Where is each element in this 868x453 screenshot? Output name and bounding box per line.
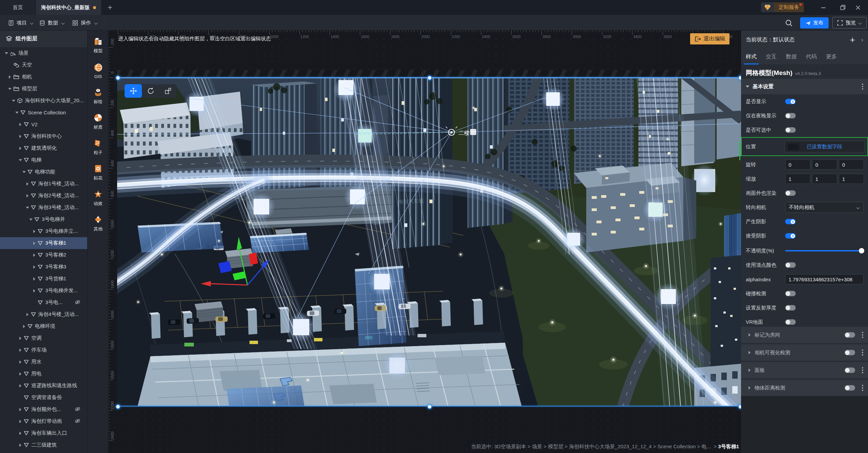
tree-item-巡逻路线和逃生路线[interactable]: 巡逻路线和逃生路线: [0, 380, 87, 392]
data-field-link[interactable]: 已设置数据字段: [807, 144, 843, 150]
panel-tab-交互[interactable]: 交互: [766, 49, 777, 64]
number-input[interactable]: 1: [839, 174, 864, 184]
menu-action[interactable]: 操作: [67, 15, 104, 31]
tree-expand-arrow[interactable]: [7, 87, 12, 91]
selection-handle[interactable]: [115, 404, 121, 409]
tree-expand-arrow[interactable]: [29, 217, 33, 222]
section-标记为房间[interactable]: 标记为房间: [741, 327, 868, 343]
breadcrumb-segment[interactable]: 模型层: [548, 443, 563, 449]
tree-expand-arrow[interactable]: [11, 98, 16, 103]
panel-tab-数据[interactable]: 数据: [786, 49, 797, 64]
tree-expand-arrow[interactable]: [18, 336, 22, 340]
tree-expand-arrow[interactable]: [7, 75, 12, 79]
tree-expand-arrow[interactable]: [25, 193, 30, 198]
toggle-产生阴影[interactable]: [785, 219, 796, 224]
tree-expand-arrow[interactable]: [4, 51, 8, 55]
tree-expand-arrow[interactable]: [15, 110, 19, 115]
tree-item-3号货梯1[interactable]: 3号货梯1: [0, 273, 87, 285]
tree-expand-arrow[interactable]: [18, 134, 22, 138]
tab-home[interactable]: 首页: [0, 0, 36, 15]
tree-expand-arrow[interactable]: [32, 277, 36, 281]
tree-item-停车场[interactable]: 停车场: [0, 344, 87, 356]
tree-item-海创科技中心[interactable]: 海创科技中心: [0, 130, 87, 142]
breadcrumb-segment[interactable]: 3D空场景副本: [494, 443, 526, 449]
tree-item-海创额外包-[interactable]: 海创额外包...: [0, 403, 87, 415]
tree-expand-arrow[interactable]: [32, 253, 36, 257]
category-gis[interactable]: GIS: [88, 59, 109, 82]
section-物体距离检测[interactable]: 物体距离检测: [741, 380, 868, 396]
selection-handle[interactable]: [115, 75, 121, 80]
restore-button[interactable]: [835, 0, 850, 15]
section-toggle[interactable]: [845, 350, 855, 355]
tree-item-V2[interactable]: V2: [0, 118, 87, 130]
category-plot[interactable]: 标绘: [88, 85, 109, 108]
tree-expand-arrow[interactable]: [32, 288, 36, 293]
close-button[interactable]: [850, 0, 865, 15]
tree-item-模型层[interactable]: 模型层: [0, 83, 87, 95]
number-input[interactable]: 1: [812, 174, 837, 184]
tree-expand-arrow[interactable]: [25, 205, 30, 210]
tree-item-3号客梯2[interactable]: 3号客梯2: [0, 249, 87, 261]
tree-item-3号客梯3[interactable]: 3号客梯3: [0, 261, 87, 273]
tree-item-3号电-[interactable]: 3号电...: [0, 297, 87, 308]
new-tab-button[interactable]: +: [104, 0, 116, 15]
search-button[interactable]: [785, 19, 794, 27]
panel-tab-样式[interactable]: 样式: [746, 49, 757, 64]
tree-expand-arrow[interactable]: [25, 182, 30, 186]
category-particle[interactable]: 粒子: [88, 136, 109, 159]
toggle-画面外也渲染[interactable]: [785, 190, 796, 196]
tree-expand-arrow[interactable]: [18, 348, 22, 352]
toggle-使用顶点颜色[interactable]: [785, 262, 796, 268]
tree-item-3号电梯井发-[interactable]: 3号电梯井发...: [0, 285, 87, 297]
number-input[interactable]: 0: [839, 159, 864, 170]
scale-tool-button[interactable]: [159, 84, 177, 98]
tree-item-Scene-Collection[interactable]: Scene Collection: [0, 107, 87, 118]
tree-expand-arrow[interactable]: [22, 324, 26, 328]
move-tool-button[interactable]: [125, 84, 142, 98]
selection-handle[interactable]: [427, 404, 432, 409]
tree-item-海创2号楼_活动-[interactable]: 海创2号楼_活动...: [0, 190, 87, 202]
section-toggle[interactable]: [845, 385, 855, 391]
tree-expand-arrow[interactable]: [18, 419, 22, 423]
section-相机可视化检测[interactable]: 相机可视化检测: [741, 344, 868, 361]
custom-service-button[interactable]: 定制服务: [761, 2, 804, 12]
publish-button[interactable]: 发布: [800, 17, 829, 29]
minimize-button[interactable]: [816, 0, 831, 15]
tree-expand-arrow[interactable]: [18, 431, 22, 435]
toggle-碰撞检测[interactable]: [785, 291, 796, 296]
section-toggle[interactable]: [845, 332, 855, 338]
visibility-off-icon[interactable]: [75, 407, 80, 412]
toggle-仅在夜晚显示[interactable]: [785, 113, 796, 118]
tree-item-场景[interactable]: 场景: [0, 47, 87, 59]
tree-item-3号客梯1[interactable]: 3号客梯1: [0, 237, 87, 249]
tree-item-海创4号楼_活动-[interactable]: 海创4号楼_活动...: [0, 308, 87, 320]
position-data-field[interactable]: 已设置数据字段: [784, 141, 865, 152]
tree-expand-arrow[interactable]: [18, 443, 22, 447]
tree-item-建筑透明化[interactable]: 建筑透明化: [0, 142, 87, 154]
tree-expand-arrow[interactable]: [18, 372, 22, 376]
section-toggle[interactable]: [845, 367, 855, 373]
slider-knob[interactable]: [859, 248, 864, 253]
category-decal[interactable]: 贴花: [88, 161, 109, 184]
tree-item-电梯功能[interactable]: 电梯功能: [0, 166, 87, 178]
toggle-接受阴影[interactable]: [785, 233, 796, 239]
section-menu-icon[interactable]: [862, 367, 863, 373]
preview-button[interactable]: 预览: [832, 17, 867, 29]
section-menu-icon[interactable]: [862, 332, 863, 338]
tree-expand-arrow[interactable]: [32, 241, 36, 245]
tree-item-海创灯带动画[interactable]: 海创灯带动画: [0, 415, 87, 427]
tree-expand-arrow[interactable]: [32, 265, 36, 269]
category-effect[interactable]: 动效: [88, 187, 109, 210]
visibility-off-icon[interactable]: [75, 300, 80, 305]
number-input[interactable]: 0: [785, 159, 810, 170]
toggle-VR地面[interactable]: [785, 319, 796, 325]
scene-3d[interactable]: 二楼 海创汽车城: [117, 77, 741, 407]
text-input-alphaIndex[interactable]: 1.7976931348623157e+308: [785, 274, 864, 284]
category-other[interactable]: 其他: [88, 212, 109, 235]
tree-item-电梯环境[interactable]: 电梯环境: [0, 320, 87, 332]
category-material[interactable]: 材质: [88, 110, 109, 133]
tree-expand-arrow[interactable]: [18, 158, 22, 162]
tree-item-电梯[interactable]: 电梯: [0, 154, 87, 166]
tree-expand-arrow[interactable]: [22, 170, 26, 174]
toggle-设置反射厚度[interactable]: [785, 305, 796, 310]
